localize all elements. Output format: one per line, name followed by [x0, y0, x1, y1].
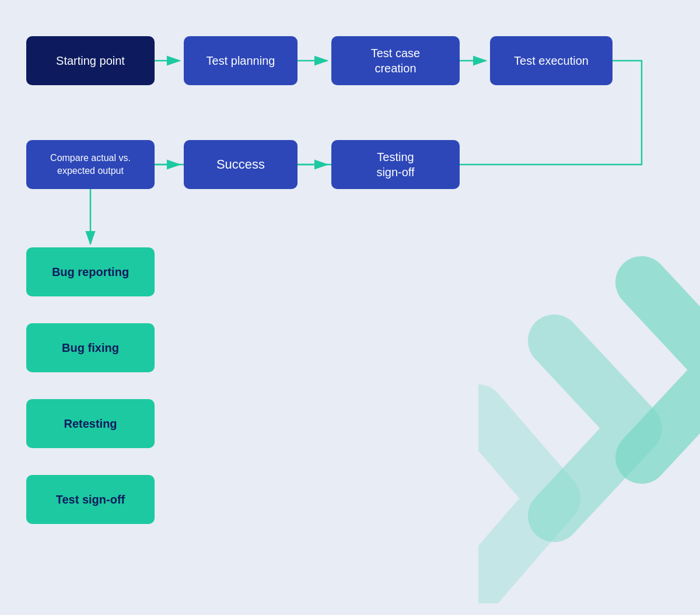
node-test-case-creation: Test casecreation: [331, 36, 460, 85]
node-testing-sign-off: Testingsign-off: [331, 140, 460, 189]
node-compare-output: Compare actual vs.expected output: [26, 140, 155, 189]
node-retesting: Retesting: [26, 399, 155, 448]
decorative-chevrons: [478, 253, 700, 603]
node-test-execution: Test execution: [490, 36, 612, 85]
node-bug-fixing: Bug fixing: [26, 323, 155, 372]
diagram-container: Starting point Test planning Test casecr…: [0, 0, 700, 615]
node-test-sign-off: Test sign-off: [26, 475, 155, 524]
node-bug-reporting: Bug reporting: [26, 247, 155, 296]
node-test-planning: Test planning: [184, 36, 298, 85]
node-success: Success: [184, 140, 298, 189]
node-starting-point: Starting point: [26, 36, 155, 85]
